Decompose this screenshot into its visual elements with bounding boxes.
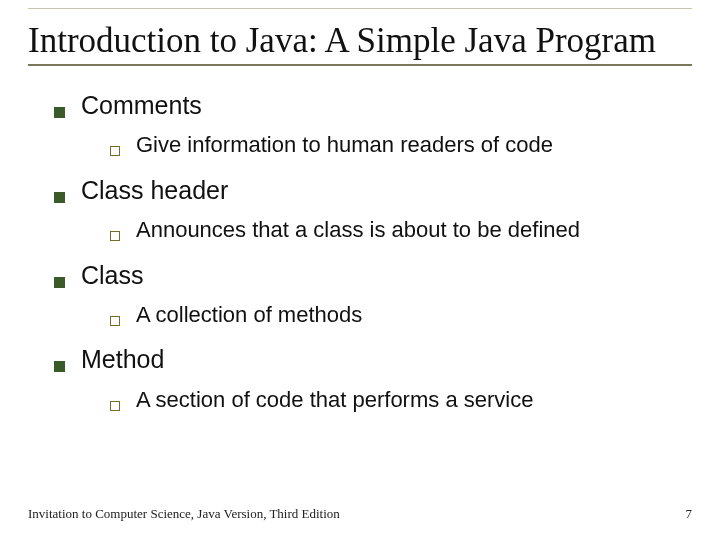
sub-list-item: Announces that a class is about to be de… (110, 216, 682, 244)
open-square-bullet-icon (110, 316, 120, 326)
item-label: Method (81, 344, 164, 375)
square-bullet-icon (54, 107, 65, 118)
footer: Invitation to Computer Science, Java Ver… (28, 506, 692, 522)
square-bullet-icon (54, 192, 65, 203)
footer-source: Invitation to Computer Science, Java Ver… (28, 506, 340, 522)
open-square-bullet-icon (110, 231, 120, 241)
title-block: Introduction to Java: A Simple Java Prog… (28, 18, 692, 66)
item-label: Class (81, 260, 144, 291)
list-item: Method A section of code that performs a… (54, 344, 682, 413)
sub-item-text: A section of code that performs a servic… (136, 386, 533, 414)
sub-item-text: A collection of methods (136, 301, 362, 329)
sub-list-item: A section of code that performs a servic… (110, 386, 682, 414)
list-item: Class header Announces that a class is a… (54, 175, 682, 244)
page-number: 7 (686, 506, 693, 522)
title-rule (28, 8, 692, 9)
sub-list-item: Give information to human readers of cod… (110, 131, 682, 159)
open-square-bullet-icon (110, 146, 120, 156)
open-square-bullet-icon (110, 401, 120, 411)
square-bullet-icon (54, 361, 65, 372)
item-label: Comments (81, 90, 202, 121)
sub-list-item: A collection of methods (110, 301, 682, 329)
sub-item-text: Give information to human readers of cod… (136, 131, 553, 159)
slide-title: Introduction to Java: A Simple Java Prog… (28, 18, 692, 62)
list-item: Class A collection of methods (54, 260, 682, 329)
square-bullet-icon (54, 277, 65, 288)
item-label: Class header (81, 175, 228, 206)
list-item: Comments Give information to human reade… (54, 90, 682, 159)
sub-item-text: Announces that a class is about to be de… (136, 216, 580, 244)
content-area: Comments Give information to human reade… (28, 66, 692, 413)
